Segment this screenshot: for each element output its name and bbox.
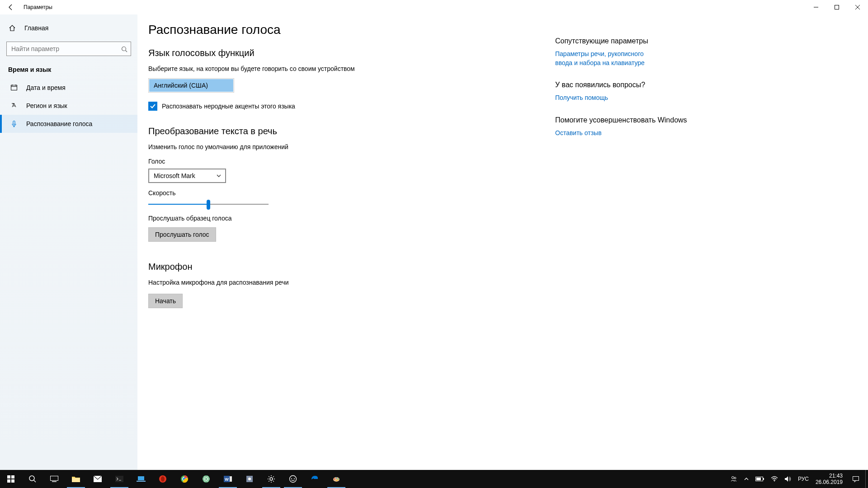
taskbar-app-generic[interactable] bbox=[239, 470, 260, 488]
input-language-indicator[interactable]: РУС bbox=[797, 476, 810, 482]
slider-fill bbox=[148, 204, 208, 205]
mic-description: Настройка микрофона для распознавания ре… bbox=[148, 278, 365, 287]
svg-rect-15 bbox=[137, 481, 146, 482]
titlebar: Параметры bbox=[0, 0, 868, 14]
taskbar-search-button[interactable] bbox=[22, 470, 43, 488]
svg-point-31 bbox=[290, 476, 297, 483]
aside-panel: Сопутствующие параметры Параметры речи, … bbox=[555, 23, 850, 470]
voice-dropdown[interactable]: Microsoft Mark bbox=[148, 169, 226, 183]
home-icon bbox=[8, 24, 16, 32]
svg-point-38 bbox=[336, 480, 338, 481]
content-area: Распознавание голоса Язык голосовых функ… bbox=[148, 23, 537, 470]
svg-rect-13 bbox=[115, 476, 123, 482]
tray-chevron-icon[interactable] bbox=[742, 476, 750, 482]
svg-point-33 bbox=[294, 478, 295, 479]
home-button[interactable]: Главная bbox=[0, 19, 137, 37]
voice-field-label: Голос bbox=[148, 158, 537, 165]
aside-related-header: Сопутствующие параметры bbox=[555, 37, 850, 45]
svg-rect-27 bbox=[230, 476, 232, 482]
taskbar-app-opera[interactable] bbox=[152, 470, 174, 488]
lang-section-header: Язык голосовых функций bbox=[148, 48, 537, 58]
aside-questions-header: У вас появились вопросы? bbox=[555, 81, 850, 89]
svg-point-40 bbox=[734, 477, 736, 479]
sidebar-item-label: Регион и язык bbox=[26, 102, 67, 109]
taskbar-app-atom[interactable] bbox=[195, 470, 217, 488]
taskbar-app-laptop[interactable] bbox=[130, 470, 152, 488]
taskbar-app-edge[interactable] bbox=[304, 470, 326, 488]
taskbar-app-terminal[interactable] bbox=[108, 470, 130, 488]
svg-rect-43 bbox=[756, 478, 761, 480]
clock-time: 21:43 bbox=[829, 473, 843, 479]
maximize-button[interactable] bbox=[826, 0, 847, 14]
svg-point-44 bbox=[774, 481, 775, 482]
window-title: Параметры bbox=[24, 4, 52, 10]
wifi-icon[interactable] bbox=[769, 476, 779, 482]
taskbar-app-settings[interactable] bbox=[260, 470, 282, 488]
svg-rect-14 bbox=[138, 476, 144, 480]
related-settings-link[interactable]: Параметры речи, рукописного ввода и набо… bbox=[555, 50, 655, 67]
mic-setup-button[interactable]: Начать bbox=[148, 294, 183, 308]
search-input[interactable] bbox=[6, 42, 131, 56]
back-button[interactable] bbox=[0, 0, 22, 14]
svg-rect-6 bbox=[7, 479, 10, 483]
sidebar-item-label: Дата и время bbox=[26, 84, 66, 91]
svg-point-35 bbox=[334, 479, 335, 480]
taskbar-clock[interactable]: 21:43 26.06.2019 bbox=[812, 470, 846, 488]
svg-text:W: W bbox=[225, 477, 229, 482]
sample-label: Прослушать образец голоса bbox=[148, 215, 537, 222]
calendar-icon bbox=[10, 84, 18, 91]
taskbar-app-chrome[interactable] bbox=[174, 470, 195, 488]
taskbar-app-skype[interactable] bbox=[282, 470, 304, 488]
home-label: Главная bbox=[24, 24, 48, 32]
svg-rect-9 bbox=[51, 476, 58, 481]
people-icon[interactable] bbox=[729, 475, 739, 483]
chevron-down-icon bbox=[216, 173, 222, 178]
sidebar-item-date-time[interactable]: Дата и время bbox=[0, 79, 137, 97]
taskbar-app-mail[interactable] bbox=[87, 470, 108, 488]
svg-rect-5 bbox=[11, 475, 14, 479]
svg-rect-3 bbox=[13, 121, 15, 125]
volume-icon[interactable] bbox=[783, 476, 793, 482]
sidebar-item-speech[interactable]: Распознавание голоса bbox=[0, 115, 137, 133]
action-center-button[interactable] bbox=[846, 470, 865, 488]
tts-section-header: Преобразование текста в речь bbox=[148, 126, 537, 136]
minimize-button[interactable] bbox=[806, 0, 826, 14]
taskbar-app-paint[interactable] bbox=[326, 470, 347, 488]
get-help-link[interactable]: Получить помощь bbox=[555, 94, 655, 103]
sidebar: Главная Время и язык Дата и время Регио bbox=[0, 14, 137, 470]
accent-checkbox[interactable] bbox=[148, 102, 157, 111]
svg-rect-7 bbox=[11, 479, 14, 483]
svg-point-36 bbox=[336, 478, 337, 479]
task-view-button[interactable] bbox=[43, 470, 65, 488]
svg-point-17 bbox=[161, 476, 165, 482]
svg-point-8 bbox=[29, 476, 34, 481]
clock-date: 26.06.2019 bbox=[816, 479, 843, 485]
battery-icon[interactable] bbox=[754, 476, 766, 482]
speed-field-label: Скорость bbox=[148, 189, 537, 197]
accent-checkbox-label: Распознавать неродные акценты этого язык… bbox=[162, 103, 295, 110]
svg-rect-10 bbox=[52, 481, 57, 482]
microphone-icon bbox=[10, 120, 18, 127]
svg-rect-2 bbox=[11, 85, 17, 90]
sidebar-item-region-language[interactable]: Регион и язык bbox=[0, 97, 137, 115]
slider-thumb[interactable] bbox=[207, 200, 210, 210]
svg-rect-0 bbox=[835, 5, 839, 9]
taskbar: W РУС 21:43 26.06.2019 bbox=[0, 470, 868, 488]
feedback-link[interactable]: Оставить отзыв bbox=[555, 129, 655, 138]
close-button[interactable] bbox=[847, 0, 868, 14]
lang-description: Выберите язык, на котором вы будете гово… bbox=[148, 65, 365, 74]
taskbar-app-explorer[interactable] bbox=[65, 470, 87, 488]
tts-description: Изменить голос по умолчанию для приложен… bbox=[148, 143, 365, 152]
preview-voice-button[interactable]: Прослушать голос bbox=[148, 227, 216, 242]
voice-dropdown-value: Microsoft Mark bbox=[154, 172, 195, 179]
sidebar-item-label: Распознавание голоса bbox=[26, 120, 92, 127]
start-button[interactable] bbox=[0, 470, 22, 488]
language-dropdown[interactable]: Английский (США) bbox=[149, 79, 233, 92]
taskbar-app-word[interactable]: W bbox=[217, 470, 239, 488]
svg-point-30 bbox=[270, 478, 273, 480]
language-icon bbox=[10, 102, 18, 109]
show-desktop-button[interactable] bbox=[865, 470, 868, 488]
speed-slider[interactable] bbox=[148, 204, 269, 205]
system-tray: РУС bbox=[725, 470, 812, 488]
svg-rect-11 bbox=[72, 478, 80, 482]
